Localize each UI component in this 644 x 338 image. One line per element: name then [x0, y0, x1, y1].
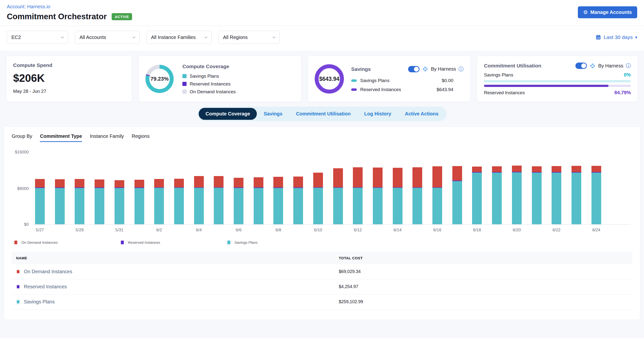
bar-segment-on-demand-instances — [94, 180, 104, 187]
x-tick-6-6: 6/6 — [234, 228, 244, 233]
legend-swatch-icon — [227, 240, 231, 245]
tab-compute-coverage[interactable]: Compute Coverage — [199, 108, 257, 120]
group-by-option-instance-family[interactable]: Instance Family — [90, 133, 124, 142]
chart-legend-item-on-demand-instances[interactable]: On Demand Instances — [14, 240, 120, 245]
account-breadcrumb-link[interactable]: Account: Harness.io — [7, 4, 637, 10]
utilisation-label-reserved-instances: Reserved Instances84.79% — [484, 90, 631, 95]
bar-6-5[interactable] — [214, 151, 224, 224]
bar-6-16[interactable] — [432, 151, 442, 224]
bar-5-30[interactable] — [94, 151, 104, 224]
harness-logo-icon — [589, 63, 596, 69]
x-tick-6-24: 6/24 — [592, 228, 601, 233]
info-icon[interactable]: ⓘ — [626, 62, 631, 69]
x-tick-5-31: 5/31 — [114, 228, 124, 233]
bar-6-15[interactable] — [412, 151, 422, 224]
page-title: Commitment Orchestrator — [7, 12, 107, 21]
bar-6-7[interactable] — [254, 151, 264, 224]
bar-6-14[interactable] — [393, 151, 402, 224]
bar-segment-savings-plans — [333, 188, 343, 224]
legend-pill-icon — [351, 88, 357, 91]
by-harness-toggle[interactable] — [576, 63, 587, 69]
x-tick-6-8: 6/8 — [273, 228, 283, 233]
utilisation-meter-bar-savings-plans — [484, 80, 631, 82]
bar-6-21[interactable] — [532, 151, 542, 224]
tab-log-history[interactable]: Log History — [358, 108, 398, 120]
manage-accounts-button[interactable]: ⚙ Manage Accounts — [578, 6, 637, 18]
chevron-down-icon — [61, 35, 64, 39]
bar-segment-on-demand-instances — [572, 166, 581, 172]
bar-segment-on-demand-instances — [134, 180, 144, 187]
bar-segment-savings-plans — [532, 173, 542, 224]
group-by-option-commitment-type[interactable]: Commitment Type — [40, 133, 82, 142]
bar-6-12[interactable] — [353, 151, 362, 224]
page-header: Account: Harness.io Commitment Orchestra… — [0, 0, 644, 26]
bar-6-4[interactable] — [194, 151, 204, 224]
table-row-on-demand-instances: On Demand Instances$69,029.34 — [12, 264, 632, 279]
x-tick-5-29: 5/29 — [75, 228, 84, 233]
table-row-savings-plans: Savings Plans$259,102.99 — [12, 294, 632, 309]
table-cell-name: Reserved Instances — [12, 279, 334, 294]
utilisation-meter-bar-reserved-instances — [484, 85, 631, 87]
regions-filter-dropdown[interactable]: All Regions — [218, 31, 280, 44]
gear-icon: ⚙ — [583, 10, 588, 15]
y-tick-8000: $8000 — [17, 186, 29, 191]
info-icon[interactable]: ⓘ — [458, 66, 464, 73]
bar-segment-savings-plans — [353, 188, 362, 224]
bar-6-13[interactable] — [373, 151, 382, 224]
coverage-legend-item-on-demand-instances: On Demand Instances — [182, 89, 236, 94]
bar-6-23[interactable] — [572, 151, 581, 224]
service-filter-dropdown[interactable]: EC2 — [7, 31, 68, 44]
bar-6-10[interactable] — [313, 151, 323, 224]
chart-x-axis: 5/275/295/316/26/46/66/86/106/126/146/16… — [33, 228, 630, 233]
bar-6-17[interactable] — [452, 151, 462, 224]
bar-segment-on-demand-instances — [353, 167, 362, 187]
by-harness-toggle[interactable] — [408, 66, 420, 72]
bar-segment-savings-plans — [572, 173, 581, 224]
bar-segment-savings-plans — [293, 188, 303, 224]
instance-families-filter-dropdown[interactable]: All Instance Families — [146, 31, 212, 44]
chart-y-axis: $16000 $8000 $0 — [4, 152, 33, 225]
bar-segment-savings-plans — [393, 188, 402, 224]
bar-6-19[interactable] — [492, 151, 502, 224]
bar-segment-on-demand-instances — [472, 166, 482, 172]
bar-6-22[interactable] — [552, 151, 561, 224]
bar-segment-savings-plans — [114, 188, 124, 224]
x-tick-6-23 — [572, 228, 581, 233]
bar-5-31[interactable] — [114, 151, 124, 224]
legend-swatch-icon — [16, 284, 20, 289]
bar-5-28[interactable] — [55, 151, 65, 224]
bar-segment-savings-plans — [592, 173, 601, 224]
bar-6-9[interactable] — [293, 151, 303, 224]
bar-6-18[interactable] — [472, 151, 482, 224]
column-header-total-cost: TOTAL COST — [334, 252, 632, 264]
savings-title: Savings — [351, 66, 371, 72]
bar-6-11[interactable] — [333, 151, 343, 224]
bar-6-6[interactable] — [234, 151, 244, 224]
tab-active-actions[interactable]: Active Actions — [398, 108, 445, 120]
bar-6-8[interactable] — [273, 151, 283, 224]
legend-pill-icon — [351, 79, 357, 82]
utilisation-meter-value: 0% — [624, 72, 631, 78]
bar-segment-on-demand-instances — [492, 166, 502, 172]
group-by-option-regions[interactable]: Regions — [132, 133, 150, 142]
tab-commitment-utilisation[interactable]: Commitment Utilisation — [289, 108, 357, 120]
date-range-picker[interactable]: Last 30 days ▾ — [595, 34, 637, 40]
bar-segment-on-demand-instances — [273, 177, 283, 187]
chart-legend-item-savings-plans[interactable]: Savings Plans — [227, 240, 333, 245]
legend-swatch-icon — [182, 82, 186, 86]
accounts-filter-dropdown[interactable]: All Accounts — [75, 31, 140, 44]
table-cell-total-cost: $69,029.34 — [334, 264, 632, 279]
bar-5-29[interactable] — [75, 151, 84, 224]
bar-5-27[interactable] — [35, 151, 45, 224]
bar-segment-savings-plans — [75, 188, 84, 224]
bar-6-3[interactable] — [174, 151, 184, 224]
bar-6-24[interactable] — [592, 151, 601, 224]
chart-legend-item-reserved-instances[interactable]: Reserved Instances — [120, 240, 227, 245]
bar-6-1[interactable] — [134, 151, 144, 224]
bar-segment-savings-plans — [194, 188, 204, 224]
x-tick-6-19 — [492, 228, 502, 233]
compute-spend-value: $206K — [13, 72, 125, 84]
bar-6-2[interactable] — [154, 151, 164, 224]
bar-6-20[interactable] — [512, 151, 522, 224]
tab-savings[interactable]: Savings — [257, 108, 289, 120]
